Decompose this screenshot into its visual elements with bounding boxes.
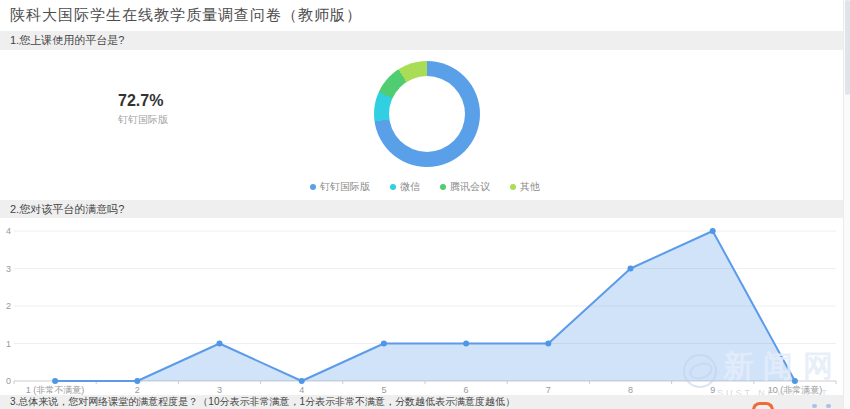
data-point[interactable]	[299, 378, 305, 384]
question-2-label: 2.您对该平台的满意吗?	[10, 202, 124, 217]
x-axis-tick-label: 10 (非常满意)	[768, 385, 823, 395]
y-axis-tick-label: 0	[6, 376, 11, 386]
x-axis-tick-label: 5	[381, 385, 386, 395]
data-point[interactable]	[134, 378, 140, 384]
legend-label: 腾讯会议	[450, 180, 490, 194]
question-2-header: 2.您对该平台的满意吗?	[0, 200, 845, 218]
x-axis-tick-label: 9	[710, 385, 715, 395]
x-axis-tick-label: 6	[464, 385, 469, 395]
legend-label: 钉钉国际版	[320, 180, 370, 194]
question-1-label: 1.您上课使用的平台是?	[10, 33, 124, 48]
legend-item[interactable]: 腾讯会议	[440, 180, 490, 194]
satisfaction-area-chart[interactable]: 012341 (非常不满意)2345678910 (非常满意)	[0, 218, 850, 395]
data-point[interactable]	[381, 341, 387, 347]
legend-dot-icon	[310, 184, 316, 190]
data-point[interactable]	[545, 341, 551, 347]
legend-item[interactable]: 钉钉国际版	[310, 180, 370, 194]
pie-stat-label: 钉钉国际版	[118, 113, 168, 127]
legend-dot-icon	[440, 184, 446, 190]
page-title: 陕科大国际学生在线教学质量调查问卷（教师版）	[10, 6, 362, 25]
y-axis-tick-label: 3	[6, 264, 11, 274]
legend-dot-icon	[390, 184, 396, 190]
legend-label: 其他	[520, 180, 540, 194]
y-axis-tick-label: 4	[6, 226, 11, 236]
x-axis-tick-label: 1 (非常不满意)	[26, 385, 85, 395]
question-1-header: 1.您上课使用的平台是?	[0, 31, 845, 50]
data-point[interactable]	[463, 341, 469, 347]
pie-stat-value: 72.7%	[118, 92, 168, 110]
scrollbar-thumb[interactable]	[845, 0, 850, 95]
y-axis-tick-label: 1	[6, 339, 11, 349]
x-axis-tick-label: 3	[217, 385, 222, 395]
vertical-scrollbar[interactable]	[843, 0, 850, 409]
cropped-logo-fragment	[752, 402, 774, 409]
survey-results-page: 陕科大国际学生在线教学质量调查问卷（教师版） 1.您上课使用的平台是? 72.7…	[0, 0, 850, 409]
legend-dot-icon	[510, 184, 516, 190]
data-point[interactable]	[792, 378, 798, 384]
question-3-header: 3.总体来说，您对网络课堂的满意程度是？（10分表示非常满意，1分表示非常不满意…	[0, 395, 845, 409]
data-point[interactable]	[217, 341, 223, 347]
x-axis-tick-label: 2	[135, 385, 140, 395]
x-axis-tick-label: 8	[628, 385, 633, 395]
y-axis-tick-label: 2	[6, 301, 11, 311]
cropped-blue-fragment	[826, 404, 831, 408]
data-point[interactable]	[628, 266, 634, 272]
pie-chart-legend: 钉钉国际版微信腾讯会议其他	[0, 180, 850, 194]
legend-label: 微信	[400, 180, 420, 194]
x-axis-tick-label: 7	[546, 385, 551, 395]
cropped-blue-fragment	[812, 404, 817, 408]
data-point[interactable]	[52, 378, 58, 384]
legend-item[interactable]: 其他	[510, 180, 540, 194]
question-3-label: 3.总体来说，您对网络课堂的满意程度是？（10分表示非常满意，1分表示非常不满意…	[10, 395, 515, 408]
pie-stat-block: 72.7% 钉钉国际版	[118, 92, 168, 127]
donut-hole	[389, 76, 465, 152]
donut-chart[interactable]	[374, 61, 480, 167]
data-point[interactable]	[710, 228, 716, 234]
legend-item[interactable]: 微信	[390, 180, 420, 194]
x-axis-tick-label: 4	[299, 385, 304, 395]
